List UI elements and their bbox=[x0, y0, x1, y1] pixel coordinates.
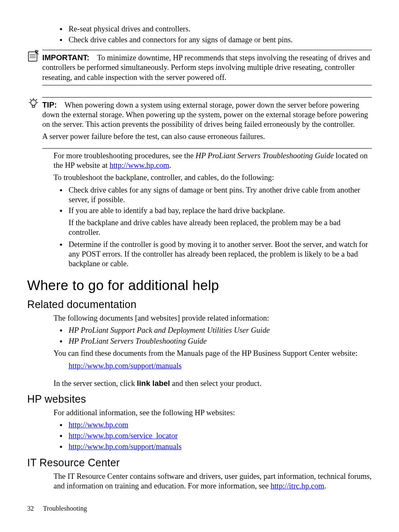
list-item: HP ProLiant Servers Troubleshooting Guid… bbox=[54, 337, 372, 346]
subsection-heading: HP websites bbox=[27, 393, 372, 406]
note-icon bbox=[27, 50, 42, 65]
itrc-link[interactable]: http://itrc.hp.com bbox=[271, 482, 324, 490]
tip-text-1: When powering down a system using extern… bbox=[42, 101, 368, 129]
troubleshoot-intro: To troubleshoot the backplane, controlle… bbox=[54, 173, 372, 182]
tip-text-2: A server power failure before the test, … bbox=[42, 132, 372, 141]
page-footer: 32 Troubleshooting bbox=[27, 504, 87, 513]
bullet-text: Check drive cables for any signs of dama… bbox=[69, 186, 360, 204]
server-section-pre: In the server section, click bbox=[54, 379, 137, 388]
itrc-post: . bbox=[324, 482, 326, 490]
tip-icon bbox=[27, 97, 42, 112]
bullet-text: Re-seat physical drives and controllers. bbox=[69, 25, 190, 33]
tip-note: TIP: When powering down a system using e… bbox=[27, 97, 372, 149]
related-intro: The following documents [and websites] p… bbox=[54, 314, 372, 323]
important-label: IMPORTANT: bbox=[42, 53, 90, 62]
list-item: Check drive cables and connectors for an… bbox=[54, 35, 372, 45]
list-item: http://www.hp.com/support/manuals bbox=[54, 442, 372, 452]
related-p2: You can find these documents from the Ma… bbox=[54, 349, 372, 358]
hpweb-intro: For additional information, see the foll… bbox=[54, 408, 372, 418]
tip-label: TIP: bbox=[42, 100, 57, 109]
section-heading: Where to go for additional help bbox=[27, 277, 372, 294]
list-item: Check drive cables for any signs of dama… bbox=[54, 185, 372, 205]
manuals-link[interactable]: http://www.hp.com/support/manuals bbox=[69, 362, 182, 370]
trouble-guide-title: HP ProLiant Servers Troubleshooting Guid… bbox=[196, 152, 334, 160]
svg-rect-2 bbox=[32, 105, 35, 107]
bullet-text: Determine if the controller is good by m… bbox=[69, 240, 368, 268]
bullet-text: Check drive cables and connectors for an… bbox=[69, 36, 293, 44]
trouble-guide-post: . bbox=[169, 161, 171, 170]
page-number: 32 bbox=[27, 505, 34, 512]
manuals-link[interactable]: http://www.hp.com/support/manuals bbox=[69, 442, 182, 451]
after-tip-block: For more troubleshooting procedures, see… bbox=[54, 151, 372, 269]
hp-link[interactable]: http://www.hp.com bbox=[69, 421, 128, 429]
bullet-text: If you are able to identify a bad bay, r… bbox=[69, 206, 285, 215]
list-item: Determine if the controller is good by m… bbox=[54, 240, 372, 269]
subsection-heading: IT Resource Center bbox=[27, 456, 372, 469]
top-bullet-block: Re-seat physical drives and controllers.… bbox=[54, 24, 372, 45]
list-item: http://www.hp.com/service_locator bbox=[54, 431, 372, 441]
doc-title: HP ProLiant Support Pack and Deployment … bbox=[69, 326, 270, 334]
svg-point-1 bbox=[31, 100, 36, 105]
link-label-bold: link label bbox=[137, 379, 170, 388]
list-item: Re-seat physical drives and controllers. bbox=[54, 24, 372, 34]
server-section-post: and then select your product. bbox=[170, 379, 261, 388]
bullet-subtext: If the backplane and drive cables have a… bbox=[69, 218, 372, 237]
important-text: To minimize downtime, HP recommends that… bbox=[42, 54, 370, 81]
important-note: IMPORTANT: To minimize downtime, HP reco… bbox=[27, 50, 372, 85]
list-item: HP ProLiant Support Pack and Deployment … bbox=[54, 326, 372, 335]
subsection-heading: Related documentation bbox=[27, 298, 372, 311]
trouble-guide-pre: For more troubleshooting procedures, see… bbox=[54, 152, 196, 160]
list-item: If you are able to identify a bad bay, r… bbox=[54, 206, 372, 237]
service-locator-link[interactable]: http://www.hp.com/service_locator bbox=[69, 432, 178, 440]
hp-link[interactable]: http://www.hp.com bbox=[110, 161, 169, 170]
list-item: http://www.hp.com bbox=[54, 420, 372, 430]
footer-section: Troubleshooting bbox=[43, 505, 87, 512]
doc-title: HP ProLiant Servers Troubleshooting Guid… bbox=[69, 337, 207, 345]
